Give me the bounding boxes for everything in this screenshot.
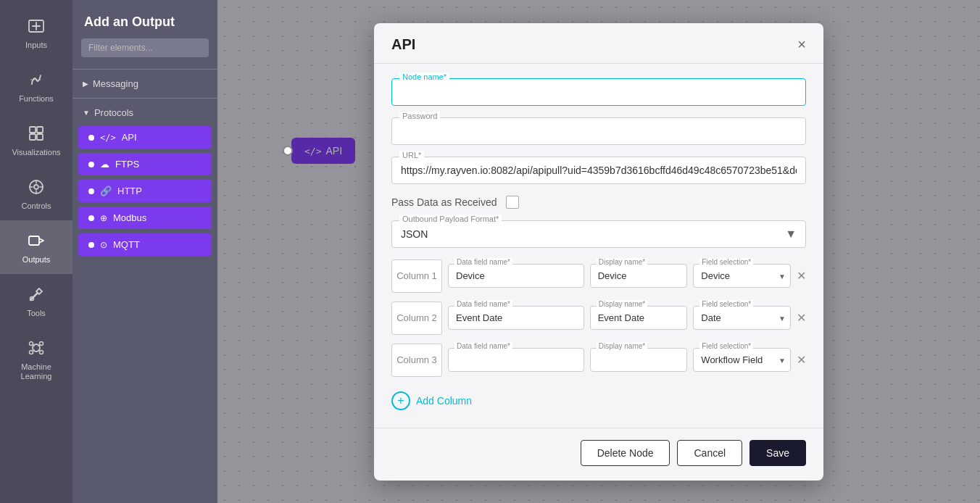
outputs-icon [26,230,46,251]
column-3-display-label: Display name* [597,342,647,350]
protocol-ftps[interactable]: ☁ FTPS [78,153,212,175]
column-3-data-field: Data field name* [448,348,584,372]
column-2-data-field: Data field name* [448,306,584,330]
sidebar-item-inputs[interactable]: Inputs [0,6,72,59]
column-2-display-name-field: Display name* [590,306,688,330]
outbound-format-select[interactable]: JSON CSV XML [392,221,805,247]
column-3-data-input[interactable] [449,349,584,371]
code-icon: </> [100,133,116,143]
node-connector [283,146,293,156]
protocol-ftps-label: FTPS [115,159,139,170]
add-column-row[interactable]: + Add Column [391,388,806,413]
column-2-selection-select[interactable]: Device Date Workflow Field [694,307,790,329]
filter-input[interactable] [81,38,209,57]
column-row-2: Column 2 Data field name* Display name* … [391,302,806,335]
svg-point-13 [40,351,43,354]
column-3-field-selection: Field selection* Device Date Workflow Fi… [693,348,791,372]
modal-title: API [391,36,415,53]
cancel-button[interactable]: Cancel [677,440,742,466]
column-1-selection-select[interactable]: Device Date Workflow Field [694,265,790,287]
password-input[interactable] [392,118,805,144]
sidebar-item-controls-label: Controls [22,201,51,210]
svg-point-10 [30,342,33,346]
pass-data-label: Pass Data as Received [391,196,497,208]
column-2-data-field-label: Data field name* [454,300,512,308]
messaging-label: Messaging [93,78,138,89]
add-column-label: Add Column [416,395,472,407]
sidebar-item-ml[interactable]: Machine Learning [0,328,72,391]
column-1-display-label: Display name* [597,258,647,266]
column-3-selection-label: Field selection* [699,342,753,350]
column-3-display-input[interactable] [591,349,687,371]
chevron-right-icon: ▶ [83,80,88,88]
sidebar-item-outputs[interactable]: Outputs [0,220,72,274]
sidebar-item-ml-label: Machine Learning [6,362,67,381]
tools-icon [26,284,46,304]
node-name-input[interactable] [392,79,805,105]
column-1-data-field-label: Data field name* [454,258,512,266]
modal-footer: Delete Node Cancel Save [374,428,823,481]
column-1-label: Column 1 [391,259,442,293]
column-1-display-input[interactable] [591,265,687,287]
column-row-1: Column 1 Data field name* Display name* … [391,259,806,293]
url-input[interactable] [392,157,805,183]
protocol-mqtt[interactable]: ⊙ MQTT [78,233,212,256]
save-button[interactable]: Save [749,440,806,466]
chevron-down-icon: ▼ [83,109,90,117]
panel-title: Add an Output [72,0,217,38]
columns-section: Column 1 Data field name* Display name* … [391,259,806,377]
delete-node-button[interactable]: Delete Node [581,440,670,466]
canvas: </> API API × Node name* Password [217,0,980,503]
column-2-selection-label: Field selection* [699,300,753,308]
ftps-dot [88,162,94,167]
svg-rect-7 [29,236,39,245]
sidebar-item-controls[interactable]: Controls [0,167,72,220]
pass-data-checkbox[interactable] [506,196,519,209]
node-name-label: Node name* [399,72,449,81]
column-1-field-selection: Field selection* Device Date Workflow Fi… [693,264,791,288]
inputs-icon [26,16,46,36]
protocol-http[interactable]: 🔗 HTTP [78,180,212,202]
column-2-label: Column 2 [391,302,442,335]
protocol-api-label: API [122,132,137,143]
modal: API × Node name* Password URL* [374,23,823,481]
column-1-display-name-field: Display name* [590,264,688,288]
sidebar-item-outputs-label: Outputs [22,255,51,264]
sidebar-item-inputs-label: Inputs [25,41,47,49]
protocol-modbus[interactable]: ⊕ Modbus [78,207,212,229]
modbus-icon: ⊕ [100,213,107,223]
password-field: Password [391,117,806,145]
url-label: URL* [399,151,424,159]
protocol-api[interactable]: </> API [78,126,212,149]
password-label: Password [399,112,440,120]
protocol-modbus-label: Modbus [113,212,146,223]
sidebar-item-visualizations[interactable]: Visualizations [0,113,72,167]
column-row-3: Column 3 Data field name* Display name* … [391,344,806,377]
column-1-data-input[interactable] [449,265,584,287]
column-2-display-input[interactable] [591,307,687,329]
sidebar-item-functions-label: Functions [19,94,54,103]
column-2-field-selection: Field selection* Device Date Workflow Fi… [693,306,791,330]
modal-header: API × [374,23,823,64]
link-icon: 🔗 [100,186,112,196]
close-button[interactable]: × [797,37,806,51]
svg-rect-1 [30,127,36,133]
cloud-icon: ☁ [100,159,109,170]
protocols-section-header[interactable]: ▼ Protocols [72,101,217,124]
modbus-dot [88,215,94,221]
messaging-section-header[interactable]: ▶ Messaging [72,72,217,95]
svg-point-11 [40,342,43,346]
column-2-remove-button[interactable]: ✕ [797,311,806,325]
column-1-remove-button[interactable]: ✕ [797,269,806,283]
column-3-selection-select[interactable]: Device Date Workflow Field [694,349,790,371]
column-3-label: Column 3 [391,344,442,377]
column-2-data-input[interactable] [449,307,584,329]
column-3-remove-button[interactable]: ✕ [797,353,806,367]
sidebar-item-tools[interactable]: Tools [0,274,72,328]
functions-icon [26,70,46,90]
column-3-display-name-field: Display name* [590,348,688,372]
column-3-data-field-label: Data field name* [454,342,512,350]
sidebar-item-functions[interactable]: Functions [0,59,72,113]
node-name-field: Node name* [391,78,806,106]
http-dot [88,188,94,194]
